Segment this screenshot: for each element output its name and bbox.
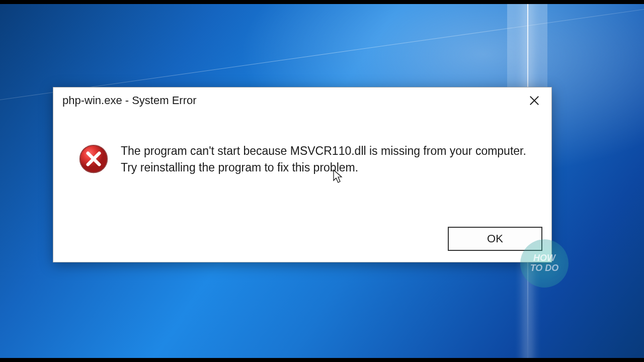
error-icon <box>78 144 109 174</box>
letterbox-bottom <box>0 358 644 362</box>
dialog-title: php-win.exe - System Error <box>62 94 197 107</box>
watermark-line1: HOW <box>533 253 555 263</box>
close-icon <box>529 95 540 106</box>
watermark-line2: TO DO <box>530 263 559 274</box>
error-message: The program can't start because MSVCR110… <box>121 143 526 176</box>
watermark-badge: HOW TO DO <box>520 239 569 288</box>
dialog-titlebar: php-win.exe - System Error <box>53 87 551 112</box>
close-button[interactable] <box>524 92 544 110</box>
dialog-content: The program can't start because MSVCR110… <box>53 112 551 192</box>
letterbox-top <box>0 0 644 4</box>
error-dialog: php-win.exe - System Error <box>53 87 552 262</box>
